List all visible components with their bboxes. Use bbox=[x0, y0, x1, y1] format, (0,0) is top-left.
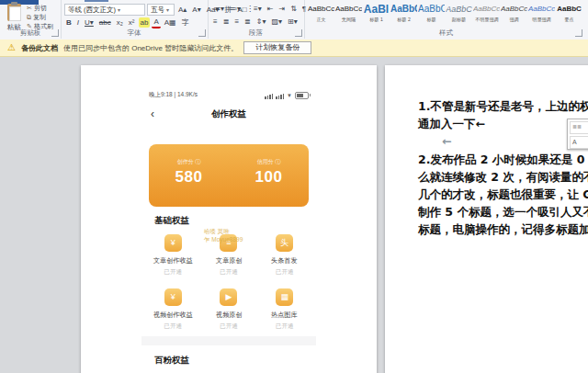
bold-icon[interactable]: B bbox=[64, 17, 74, 28]
superscript-icon[interactable]: x² bbox=[127, 17, 137, 28]
score-card-left: 创作分 ⓘ 580 bbox=[149, 144, 229, 207]
style-item-no-spacing[interactable]: AaBbCcD 无间隔 bbox=[335, 2, 362, 30]
ribbon-home-tab: 粘贴 ✂ 剪切 ⧉ 复制 ✎ 格式刷 剪贴板 bbox=[0, 0, 588, 40]
status-badge: 已开通 bbox=[145, 322, 201, 331]
section-title-basic-benefits: 基础权益 bbox=[154, 215, 189, 227]
paragraph-group-label: 段落 bbox=[208, 28, 304, 38]
message-bar-text: 使用已同步中包含的 OneDrive 暂时隐藏访问此文件。 bbox=[63, 43, 238, 53]
body-text-line[interactable]: 1.不管是新号还是老号，上边的权 bbox=[418, 99, 588, 115]
body-text-line[interactable]: 么就连续修改 2 次，有阅读量的不 bbox=[418, 170, 588, 186]
grow-font-icon[interactable]: A▴ bbox=[176, 5, 188, 15]
line-spacing-icon[interactable]: ⇕▾ bbox=[254, 17, 268, 27]
back-chevron-icon: ‹ bbox=[151, 107, 154, 121]
battery-icon bbox=[295, 92, 309, 99]
copy-icon: ⧉ bbox=[27, 14, 31, 21]
font-dialog-launcher[interactable] bbox=[198, 29, 206, 37]
page-2[interactable]: 1.不管是新号还是老号，上边的权 通加入一下← ← 2.发布作品 2 小时候如果… bbox=[385, 65, 588, 373]
font-size-combobox[interactable]: 五号▾ bbox=[147, 4, 175, 16]
body-text-line[interactable]: 制作 5 个标题，选一个吸引人又不 bbox=[418, 205, 588, 220]
paragraph-dialog-launcher[interactable] bbox=[295, 29, 302, 37]
floating-mini-panel-row: A bbox=[570, 136, 588, 149]
style-item-heading2[interactable]: AaBbC 标题 2 bbox=[390, 2, 417, 30]
creation-score-value: 580 bbox=[149, 168, 229, 186]
style-item-normal[interactable]: AaBbCcD 正文 bbox=[308, 2, 334, 30]
paragraph-mark[interactable]: ← bbox=[442, 134, 451, 148]
style-item-strong[interactable]: AaBbC 要点 bbox=[556, 2, 582, 30]
hot-gallery-icon: ▦ bbox=[276, 288, 293, 306]
message-bar-title: 备份此文档 bbox=[21, 43, 58, 53]
enclose-characters-icon[interactable]: 字 bbox=[180, 17, 191, 28]
phone-status-left: 晚上9:18 | 14.9K/s bbox=[149, 91, 198, 99]
signal-icon bbox=[265, 94, 273, 99]
shrink-font-icon[interactable]: A▾ bbox=[190, 5, 202, 15]
shading-icon[interactable]: ▨▾ bbox=[269, 17, 284, 27]
clipboard-small-buttons: ✂ 剪切 ⧉ 复制 ✎ 格式刷 bbox=[27, 4, 53, 30]
phone-nav-bar: ‹ 创作权益 bbox=[141, 107, 316, 121]
align-left-icon[interactable]: ≡ bbox=[211, 17, 220, 27]
benefit-item: ▦ 热点图库 已开通 bbox=[256, 282, 312, 336]
subscript-icon[interactable]: x₂ bbox=[115, 17, 125, 28]
styles-gallery: AaBbCcD 正文 AaBbCcD 无间隔 AaBl 标题 1 AaBbC 标… bbox=[308, 2, 582, 30]
benefits-grid: ¥ 文章创作收益 已开通 ≡ 文章原创 已开通 头 头条首发 已开通 ¥ 视频创… bbox=[145, 228, 312, 336]
increase-indent-icon[interactable]: ⇥ bbox=[277, 4, 287, 14]
font-name-combobox[interactable]: 等线 (西文正文)▾ bbox=[64, 4, 145, 16]
decrease-indent-icon[interactable]: ⇤ bbox=[266, 4, 276, 14]
style-item-subtitle[interactable]: AaBbC 副标题 bbox=[446, 2, 472, 30]
signal2-icon bbox=[276, 94, 284, 99]
style-item-subtle-emphasis[interactable]: AaBbCcD 不明显强调 bbox=[473, 2, 500, 30]
status-badge: 已开通 bbox=[201, 322, 257, 331]
strikethrough-icon[interactable]: abc bbox=[97, 17, 113, 28]
article-income-icon: ¥ bbox=[164, 234, 182, 252]
borders-icon[interactable]: ⊞▾ bbox=[286, 17, 300, 27]
align-center-icon[interactable]: ≣ bbox=[221, 17, 232, 27]
multilevel-list-icon[interactable]: ⋮≡▾ bbox=[244, 4, 264, 14]
font-group-label: 字体 bbox=[61, 28, 208, 38]
body-text-line[interactable]: 通加入一下← bbox=[418, 117, 485, 132]
video-original-icon: ▶ bbox=[220, 288, 237, 306]
benefit-item: ¥ 视频创作收益 已开通 bbox=[145, 282, 201, 336]
align-right-icon[interactable]: ≡ bbox=[232, 17, 241, 27]
phone-page-title: 创作权益 bbox=[211, 108, 246, 119]
styles-group: AaBbCcD 正文 AaBbCcD 无间隔 AaBl 标题 1 AaBbC 标… bbox=[304, 0, 588, 39]
score-card: 创作分 ⓘ 580 信用分 ⓘ 100 bbox=[149, 144, 309, 207]
sort-icon[interactable]: ⇅ bbox=[288, 4, 299, 14]
font-group: 等线 (西文正文)▾ 五号▾ A▴ A▾ Aa▾ 拼 A□ B I U▾ abc… bbox=[61, 0, 209, 39]
body-text-line[interactable]: 2.发布作品 2 小时候如果还是 0 阅 bbox=[418, 153, 588, 168]
restore-backup-button[interactable]: 计划恢复备份 bbox=[243, 41, 311, 54]
copy-button[interactable]: ⧉ 复制 bbox=[27, 13, 53, 21]
benefit-item: 头 头条首发 已开通 bbox=[256, 228, 312, 282]
styles-dialog-launcher[interactable] bbox=[575, 29, 582, 37]
section-title-fan-benefits: 百粉权益 bbox=[154, 355, 189, 367]
styles-group-label: 样式 bbox=[304, 28, 588, 38]
body-text-line[interactable]: 几个的才改，标题也很重要，让 G bbox=[418, 187, 588, 203]
page-1[interactable]: 晚上9:18 | 14.9K/s ▼ ‹ 创作权益 创作分 ⓘ 580 信用分 … bbox=[81, 65, 377, 373]
phone-status-icons: ▼ bbox=[265, 92, 309, 99]
status-badge: 已开通 bbox=[201, 268, 257, 277]
style-item-emphasis[interactable]: AaBbCcD 强调 bbox=[501, 2, 527, 30]
style-item-intense-emphasis[interactable]: AaBbCcD 明显强调 bbox=[528, 2, 555, 30]
style-item-title[interactable]: AaBbC 标题 bbox=[418, 2, 445, 30]
cut-button[interactable]: ✂ 剪切 bbox=[27, 4, 53, 12]
wifi-icon: ▼ bbox=[287, 93, 292, 99]
style-item-heading1[interactable]: AaBl 标题 1 bbox=[363, 2, 390, 30]
video-income-icon: ¥ bbox=[164, 288, 182, 306]
warning-icon: ⚠ bbox=[7, 43, 16, 52]
clipboard-dialog-launcher[interactable] bbox=[51, 29, 59, 37]
floating-mini-panel-row: ≣≣ bbox=[570, 121, 588, 134]
message-bar: ⚠ 备份此文档 使用已同步中包含的 OneDrive 暂时隐藏访问此文件。 计划… bbox=[0, 40, 588, 57]
body-text-line[interactable]: 标题，电脑操作的，记得多标题加 bbox=[418, 222, 588, 238]
word-window: 粘贴 ✂ 剪切 ⧉ 复制 ✎ 格式刷 剪贴板 bbox=[0, 0, 588, 373]
section-divider bbox=[141, 336, 316, 345]
numbered-list-icon[interactable]: ≕▾ bbox=[228, 4, 243, 14]
justify-icon[interactable]: ≣ bbox=[243, 17, 253, 27]
bullet-list-icon[interactable]: ≔▾ bbox=[211, 4, 226, 14]
status-badge: 已开通 bbox=[256, 268, 312, 277]
text-highlight-icon[interactable]: ab bbox=[139, 17, 151, 28]
underline-icon[interactable]: U▾ bbox=[83, 17, 96, 28]
score-card-right: 信用分 ⓘ 100 bbox=[229, 144, 309, 207]
floating-mini-panel[interactable]: ≣≣ A bbox=[567, 119, 588, 150]
font-color-icon[interactable]: A bbox=[152, 17, 160, 28]
character-shading-icon[interactable]: A▦ bbox=[163, 17, 178, 28]
status-badge: 已开通 bbox=[145, 268, 201, 277]
italic-icon[interactable]: I bbox=[75, 17, 81, 28]
